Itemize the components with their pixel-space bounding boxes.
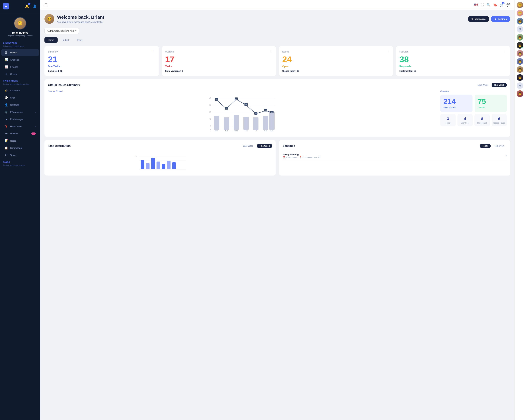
sidebar-item-label: Crypto [10,73,17,75]
messages-icon[interactable]: 💬 [506,3,510,7]
issues-chart: 45 36 27 18 9 0 [48,95,437,133]
chevron-down-icon: ▾ [75,29,76,32]
schedule-section: Schedule Today Tomorrow Group Meeting ⏰ … [279,140,510,176]
event-time: ⏰ in 32 minutes [283,156,297,159]
sidebar-item-label: Analytics [10,58,19,61]
tab-team[interactable]: Team [73,37,86,43]
sidebar-item-label: Contacts [10,104,19,106]
new-issues-card: 214 New Issues [440,95,472,112]
stat-card-issues: Issues ⋮ 24 Open Closed today: 19 [279,46,393,76]
sidebar-item-crypto[interactable]: $ Crypto [1,71,39,77]
card-menu-icon[interactable]: ⋮ [504,50,507,54]
reopened-number: 8 [476,117,488,121]
dashboards-sub: Unique dashboard designs [0,45,40,49]
sidebar-item-analytics[interactable]: 📊 Analytics [1,56,39,63]
schedule-title: Schedule [283,144,295,148]
language-selector[interactable]: 🇺🇸 [474,3,478,7]
sidebar-item-notes[interactable]: 📝 Notes [1,137,39,144]
sidebar-item-mailbox[interactable]: ✉ Mailbox 27 [1,130,39,137]
right-sidebar-avatar-7[interactable]: 👩 [517,50,523,57]
app-logo[interactable]: ◆ [3,3,9,9]
welcome-avatar: 😊 [45,14,54,24]
stat-card-title: Features ⋮ [400,50,507,54]
stat-number: 24 [282,55,390,64]
sidebar-item-academy[interactable]: 🎓 Academy [1,87,39,94]
sidebar-item-contacts[interactable]: 👤 Contacts [1,102,39,108]
tab-budget[interactable]: Budget [58,37,73,43]
user-menu-icon[interactable]: 👤 [32,3,38,9]
stat-card-title: Overdue ⋮ [165,50,273,54]
welcome-text: Welcome back, Brian! You have 2 new mess… [57,15,104,23]
bookmark-icon[interactable]: 🔖 [493,3,497,7]
notifications-icon[interactable]: 🔔 3 [24,3,30,9]
messages-btn-label: Messages [475,18,486,20]
svg-rect-16 [263,116,268,130]
event-arrow-icon[interactable]: › [506,154,507,157]
sidebar-item-tasks[interactable]: ⏱ Tasks [1,152,39,158]
stat-label: Tasks [165,65,273,68]
right-sidebar-avatar-8[interactable]: 👩 [517,58,523,65]
cart-icon[interactable]: 🛒 5 [500,3,504,7]
messages-button[interactable]: ✉ Messages [468,16,489,22]
task-this-week-button[interactable]: This Week [257,144,272,148]
hamburger-menu[interactable]: ☰ [45,3,47,7]
tomorrow-button[interactable]: Tomorrow [492,144,507,148]
right-sidebar-avatar-1[interactable]: 😊 [517,2,523,8]
stat-sub: Closed today: 19 [282,70,390,72]
this-week-button[interactable]: This Week [492,83,507,87]
wont-fix-label: Won't Fix [459,122,471,124]
overview-bottom: 3 Fixed 4 Won't Fix 8 Re-opened 6 [440,114,507,126]
search-icon[interactable]: 🔍 [487,3,490,7]
tab-home[interactable]: Home [45,37,57,43]
today-button[interactable]: Today [480,144,491,148]
right-sidebar-avatar-5[interactable]: 👩 [517,34,523,41]
svg-rect-45 [146,163,150,169]
stat-label: Open [282,65,390,68]
triage-number: 6 [493,117,505,121]
svg-text:9: 9 [210,125,211,127]
sidebar-item-project[interactable]: ☑ Project [1,49,39,56]
right-sidebar-avatar-m2[interactable]: M [517,82,523,89]
overview-panel: Overview 214 New Issues 75 Closed [440,90,507,133]
wont-fix-card: 4 Won't Fix [458,114,473,126]
new-issues-label: New Issues [443,106,469,109]
project-name: ACME Corp. Backend App [47,29,74,32]
right-sidebar-avatar-3[interactable]: 🧑 [517,18,523,25]
sidebar-item-label: Mailbox [10,132,18,135]
left-sidebar: ◆ 🔔 3 👤 😊 Brian Hughes hughes.brian@comp… [0,0,40,420]
sidebar-item-scrumboard[interactable]: 📋 Scrumboard [1,145,39,151]
card-menu-icon[interactable]: ⋮ [387,50,390,54]
svg-rect-17 [269,112,275,130]
sidebar-item-ecommerce[interactable]: 🛒 ECommerce › [1,109,39,115]
project-dropdown[interactable]: ACME Corp. Backend App ▾ [45,28,79,34]
sidebar-item-finance[interactable]: 📈 Finance [1,64,39,70]
right-sidebar-avatar-12[interactable]: 👨 [517,90,523,97]
sidebar-item-label: File Manager [10,118,23,121]
scrumboard-icon: 📋 [5,146,8,150]
svg-rect-46 [151,158,155,169]
settings-button[interactable]: ⚙ Settings [491,16,510,22]
sidebar-item-help-center[interactable]: ❓ Help Center › [1,123,39,130]
sidebar-item-chat[interactable]: 💬 Chat [1,94,39,101]
right-sidebar-avatar-9[interactable]: 👩 [517,66,523,73]
section-title: Github Issues Summary [48,84,80,87]
right-sidebar-avatar-2[interactable]: 😄 [517,10,523,17]
online-indicator [522,47,523,48]
fullscreen-icon[interactable]: ⛶ [480,3,484,7]
sidebar-item-file-manager[interactable]: ☁ File Manager [1,116,39,123]
card-menu-icon[interactable]: ⋮ [269,50,272,54]
last-week-button[interactable]: Last Week [475,83,490,87]
svg-text:Sat: Sat [264,130,267,132]
right-sidebar-avatar-6[interactable]: 👨 [517,42,523,49]
task-last-week-button[interactable]: Last Week [241,144,256,148]
svg-text:Tue: Tue [225,130,228,132]
right-sidebar-avatar-m[interactable]: M [517,26,523,33]
user-email: hughes.brian@company.com [8,35,33,37]
right-sidebar-avatar-10[interactable]: 🧑 [517,74,523,81]
fixed-label: Fixed [442,122,454,124]
task-distribution-section: Task Distribution Last Week This Week 40 [45,140,276,176]
analytics-icon: 📊 [5,58,8,61]
sidebar-item-label: Chat [10,96,15,99]
welcome-actions: ✉ Messages ⚙ Settings [468,16,510,22]
card-menu-icon[interactable]: ⋮ [152,50,155,54]
